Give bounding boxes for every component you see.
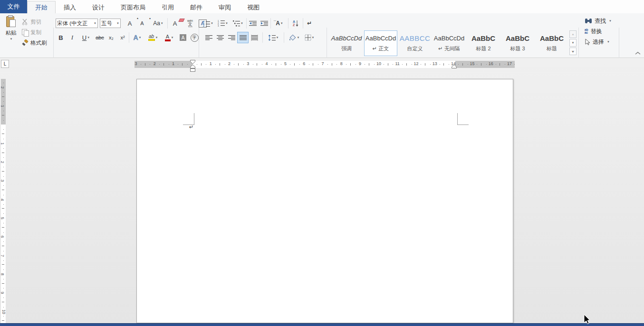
style-card[interactable]: AaBbC 标题 — [535, 30, 568, 56]
chevron-down-icon: ▼ — [10, 38, 13, 40]
font-color-button[interactable]: A ▼ — [162, 32, 177, 43]
chevron-up-icon — [635, 51, 641, 55]
ribbon-tab[interactable]: 插入 — [56, 1, 84, 14]
paste-button[interactable]: 粘贴 ▼ — [2, 15, 20, 48]
ruler-cm-cell — [1, 115, 6, 134]
select-button[interactable]: 选择 ▼ — [585, 38, 610, 46]
separator — [288, 18, 288, 29]
sort-button[interactable]: AZ — [289, 18, 302, 29]
status-bar-edge — [0, 323, 644, 326]
file-tab[interactable]: 文件 — [0, 0, 27, 13]
style-card[interactable]: AaBbC 标题 3 — [501, 30, 534, 56]
clear-formatting-button[interactable]: A — [170, 18, 180, 29]
multilevel-list-button[interactable]: ▼ — [231, 18, 245, 29]
find-button[interactable]: 查找 ▼ — [585, 17, 612, 25]
italic-button[interactable]: I — [67, 32, 77, 43]
styles-scroll-down-button[interactable]: ▼ — [569, 39, 577, 47]
chevron-down-icon: ▼ — [116, 22, 119, 25]
collapse-ribbon-button[interactable] — [635, 48, 641, 57]
font-size-combo[interactable]: 五号 ▼ — [100, 19, 121, 28]
shading-button[interactable]: ▼ — [287, 32, 301, 43]
font-size-value: 五号 — [101, 20, 116, 27]
text-highlight-button[interactable]: ab ▼ — [145, 32, 161, 43]
align-left-icon — [205, 35, 212, 41]
align-center-button[interactable] — [215, 32, 225, 43]
ribbon-tab[interactable]: 开始 — [27, 1, 56, 14]
ruler-cm-cell: 16 — [481, 61, 500, 68]
left-indent-marker[interactable] — [190, 68, 196, 72]
replace-label: 替换 — [591, 28, 602, 36]
subscript-button[interactable]: x₂ — [106, 32, 116, 43]
style-name: 标题 3 — [510, 45, 525, 53]
ribbon-tab[interactable]: 审阅 — [211, 1, 239, 14]
separator — [303, 18, 303, 29]
character-shading-button[interactable]: A — [178, 32, 188, 43]
ribbon-tab[interactable]: 引用 — [154, 1, 182, 14]
ruler-cm-cell: 15 — [463, 61, 481, 68]
strikethrough-button[interactable]: abc — [95, 32, 105, 43]
hanging-indent-marker[interactable] — [190, 65, 196, 68]
underline-button[interactable]: U ▼ — [78, 32, 94, 43]
ruler-cm-cell: 7 — [313, 61, 332, 68]
ruler-cm-cell: 3 — [135, 61, 145, 68]
decrease-indent-button[interactable] — [248, 18, 258, 29]
style-card[interactable]: AaBbCcDd 强调 — [330, 30, 363, 56]
bold-button[interactable]: B — [56, 32, 66, 43]
replace-button[interactable]: ab ac 替换 — [585, 27, 602, 36]
grow-font-button[interactable]: A — [125, 18, 135, 29]
style-name: 自定义 — [407, 45, 423, 53]
show-hide-marks-button[interactable]: ↵ — [304, 18, 315, 29]
style-preview: AaBbC — [471, 31, 495, 45]
increase-indent-button[interactable] — [259, 18, 269, 29]
tab-stop-selector[interactable]: L — [1, 60, 9, 68]
ruler-cm-cell: 6 — [295, 61, 313, 68]
numbering-button[interactable]: 1 2 3 ▼ — [216, 18, 230, 29]
first-line-indent-marker[interactable] — [190, 60, 196, 65]
ribbon-tab[interactable]: 页面布局 — [113, 1, 154, 14]
decrease-indent-icon — [249, 20, 257, 27]
asian-layout-button[interactable]: A ▼ — [272, 18, 287, 29]
style-card[interactable]: AABBCC 自定义 — [398, 30, 432, 56]
style-card[interactable]: AaBbCcDd ↵ 正文 — [364, 30, 397, 56]
mouse-cursor — [584, 315, 591, 326]
change-case-button[interactable]: Aa▼ — [151, 18, 165, 29]
styles-scroll-up-button[interactable]: ▲ — [569, 30, 577, 38]
separator — [129, 32, 129, 43]
ribbon-tab[interactable]: 视图 — [239, 1, 268, 14]
superscript-button[interactable]: x² — [117, 32, 128, 43]
character-shading-icon: A — [180, 34, 186, 41]
vruler-cells: 2 1 1 2 3 4 — [1, 79, 6, 323]
ribbon-tab[interactable]: 设计 — [84, 1, 113, 14]
format-painter-icon — [22, 39, 29, 46]
enclose-characters-button[interactable]: 字 — [189, 32, 200, 43]
text-effects-button[interactable]: A ▼ — [130, 32, 144, 43]
right-indent-marker[interactable] — [452, 65, 457, 68]
format-painter-label: 格式刷 — [30, 39, 47, 47]
line-spacing-button[interactable]: ▼ — [266, 32, 281, 43]
cut-button[interactable]: 剪切 — [22, 17, 41, 27]
font-name-value: 宋体 (中文正 — [57, 20, 93, 27]
font-name-combo[interactable]: 宋体 (中文正 ▼ — [56, 19, 98, 28]
ribbon-tab[interactable]: 邮件 — [182, 1, 211, 14]
find-label: 查找 — [595, 17, 606, 25]
style-card[interactable]: AaBbC 标题 2 — [467, 30, 500, 56]
distribute-button[interactable] — [249, 32, 260, 43]
style-name: 标题 — [547, 45, 557, 53]
borders-button[interactable]: ▼ — [302, 32, 317, 43]
justify-button[interactable] — [238, 32, 248, 43]
ruler-cm-cell: 8 — [332, 61, 351, 68]
bullets-button[interactable]: ▼ — [202, 18, 215, 29]
style-card[interactable]: AaBbCcDd ↵ 无间隔 — [433, 30, 466, 56]
copy-button[interactable]: 复制 — [22, 28, 41, 37]
align-left-button[interactable] — [203, 32, 214, 43]
svg-text:3: 3 — [218, 25, 219, 27]
style-preview: AABBCC — [400, 31, 431, 45]
align-right-button[interactable] — [226, 32, 237, 43]
phonetic-guide-button[interactable]: wén 文 — [185, 18, 195, 29]
paint-bucket-icon — [289, 34, 297, 41]
format-painter-button[interactable]: 格式刷 — [22, 38, 47, 48]
style-name: ↵ 正文 — [373, 45, 389, 53]
styles-more-button[interactable]: —▼ — [569, 48, 577, 55]
shrink-font-button[interactable]: A — [137, 18, 147, 29]
chevron-down-icon: ▼ — [276, 36, 279, 39]
